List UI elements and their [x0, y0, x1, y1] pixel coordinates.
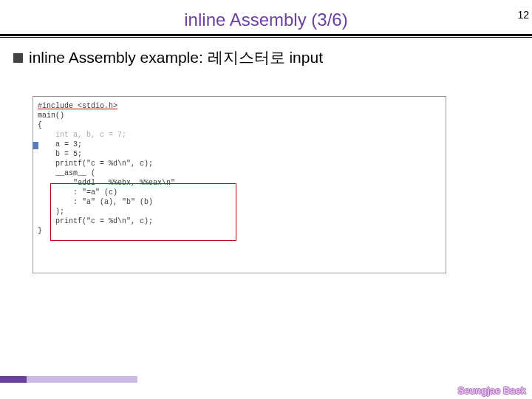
title-row: inline Assembly (3/6) 12: [0, 9, 532, 31]
footer-accent-dark: [0, 376, 27, 383]
slide: inline Assembly (3/6) 12 inline Assembly…: [0, 0, 532, 399]
cursor-mark-icon: [33, 142, 38, 149]
title-rule-thin: [0, 37, 532, 38]
highlight-box: [50, 183, 236, 241]
slide-title: inline Assembly (3/6): [0, 9, 532, 31]
author-text: Seungjae Baek: [458, 385, 527, 396]
code-line: printf("c = %d\n", c);: [38, 159, 441, 168]
code-line: #include <stdio.h>: [38, 101, 441, 111]
title-rule-thick: [0, 34, 532, 36]
footer-accent-light: [27, 376, 137, 383]
bullet-square-icon: [13, 53, 23, 63]
footer-spacer: [137, 376, 532, 383]
page-number: 12: [517, 9, 529, 21]
bullet-text: inline Assembly example: 레지스터로 input: [29, 47, 323, 68]
code-line: {: [38, 120, 441, 130]
code-line: b = 5;: [38, 149, 441, 159]
author-name: Seungjae Baek: [458, 385, 527, 396]
bullet-row: inline Assembly example: 레지스터로 input: [13, 47, 323, 68]
code-line: int a, b, c = 7;: [38, 130, 441, 140]
code-line: main(): [38, 111, 441, 120]
code-line: __asm__ (: [38, 168, 441, 178]
code-line: a = 3;: [38, 140, 441, 149]
footer-bar: [0, 376, 532, 383]
